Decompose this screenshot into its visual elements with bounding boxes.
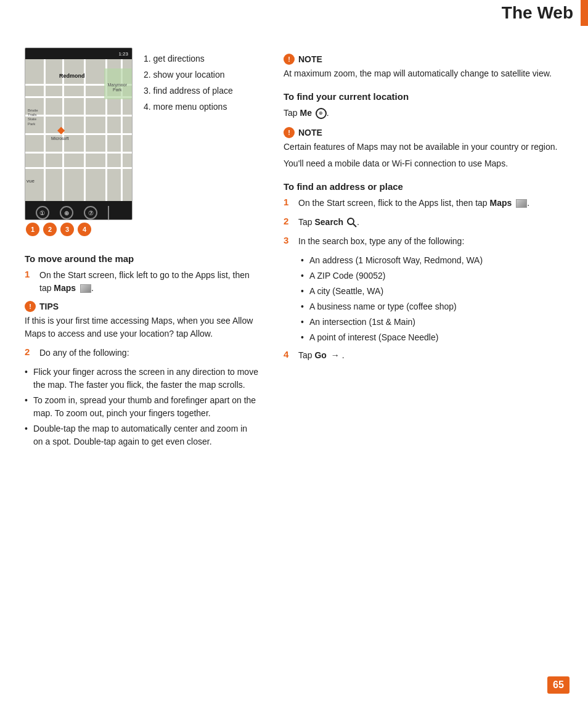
num-circle-1: 1 xyxy=(26,223,39,236)
map-toolbar-icon-2[interactable]: ⊕ xyxy=(60,206,73,220)
num-circle-4: 4 xyxy=(78,223,91,236)
step-num-1: 1 xyxy=(25,269,35,295)
note-icon-2: ! xyxy=(284,127,295,138)
bullet-item-3: Double-tap the map to automatically cent… xyxy=(25,422,259,448)
step-text-1: On the Start screen, flick left to go to… xyxy=(39,269,259,295)
addr-step-4: 4 Tap Go → . xyxy=(284,349,563,362)
step-text-2: Do any of the following: xyxy=(39,347,129,359)
numbered-row: 1 2 3 4 xyxy=(25,223,133,236)
search-icon-inline xyxy=(347,218,357,228)
note-text-2b: You'll need a mobile data or Wi-Fi conne… xyxy=(284,157,563,170)
move-bullet-list: Flick your finger across the screen in a… xyxy=(25,366,259,448)
map-toolbar-icon-1[interactable]: ① xyxy=(36,206,49,220)
tips-box: ! TIPS If this is your first time access… xyxy=(25,301,259,340)
note-box-1: ! NOTE At maximum zoom, the map will aut… xyxy=(284,54,563,80)
note-text-1: At maximum zoom, the map will automatica… xyxy=(284,67,563,80)
step-num-2: 2 xyxy=(25,347,35,359)
note-icon-1: ! xyxy=(284,54,295,65)
tips-text: If this is your first time accessing Map… xyxy=(25,314,259,340)
addr-step-num-2: 2 xyxy=(284,216,293,229)
addr-step-num-3: 3 xyxy=(284,235,293,248)
map-mock: 1:23 xyxy=(25,47,133,220)
map-section: 1:23 xyxy=(25,47,259,236)
addr-step-text-3: In the search box, type any of the follo… xyxy=(298,235,464,248)
addr-bullet-list: An address (1 Microsoft Way, Redmond, WA… xyxy=(301,254,563,344)
go-arrow-icon: → xyxy=(331,349,340,362)
addr-bullet-5: A point of interest (Space Needle) xyxy=(301,331,563,344)
addr-bullet-1: A ZIP Code (90052) xyxy=(301,269,563,282)
vue-label: vue xyxy=(27,178,35,184)
move-step-1: 1 On the Start screen, flick left to go … xyxy=(25,269,259,295)
bullet-item-1: Flick your finger across the screen in a… xyxy=(25,366,259,392)
steps-list: 1. get directions 2. show your location … xyxy=(144,54,233,236)
left-column: 1:23 xyxy=(25,47,259,452)
tips-icon: ! xyxy=(25,301,36,312)
redmond-label: Redmond xyxy=(59,73,85,79)
svg-point-0 xyxy=(348,218,354,224)
note-box-2: ! NOTE Certain features of Maps may not … xyxy=(284,127,563,170)
page-title: The Web xyxy=(502,3,573,23)
note-label-1: NOTE xyxy=(298,54,322,64)
addr-step-num-1: 1 xyxy=(284,197,293,210)
svg-line-1 xyxy=(353,224,356,227)
microsoft-label: Microsoft xyxy=(51,136,68,141)
map-inner: Redmond MarymoorPark BristleTrailsStateP… xyxy=(25,59,132,201)
num-circle-2: 2 xyxy=(43,223,57,236)
map-toolbar-icon-3[interactable]: ⑦ xyxy=(84,206,97,220)
map-image: 1:23 xyxy=(25,47,133,236)
addr-step-3: 3 In the search box, type any of the fol… xyxy=(284,235,563,248)
addr-bullet-2: A city (Seattle, WA) xyxy=(301,285,563,298)
note-text-2a: Certain features of Maps may not be avai… xyxy=(284,141,563,154)
addr-step-num-4: 4 xyxy=(284,349,293,362)
addr-step-text-1: On the Start screen, flick to the Apps l… xyxy=(298,197,529,210)
location-diamond-icon: ◆ xyxy=(57,124,65,136)
move-step-2: 2 Do any of the following: xyxy=(25,347,259,359)
addr-step-2: 2 Tap Search . xyxy=(284,216,563,229)
map-status-text: 1:23 xyxy=(118,51,128,57)
addr-step-text-4: Tap Go → . xyxy=(298,349,345,362)
header: The Web xyxy=(0,0,588,26)
addr-bullet-3: A business name or type (coffee shop) xyxy=(301,300,563,313)
tips-label: TIPS xyxy=(39,302,59,311)
maps-icon-2 xyxy=(516,199,527,208)
addr-step-text-2: Tap Search . xyxy=(298,216,359,229)
park-label: MarymoorPark xyxy=(107,83,127,92)
addr-bullet-0: An address (1 Microsoft Way, Redmond, WA… xyxy=(301,254,563,267)
num-circle-3: 3 xyxy=(60,223,74,236)
move-map-title: To move around the map xyxy=(25,253,259,264)
page-number: 65 xyxy=(547,676,570,694)
me-icon: ⊕ xyxy=(316,108,327,119)
step-item-2: 2. show your location xyxy=(144,70,233,80)
right-column: ! NOTE At maximum zoom, the map will aut… xyxy=(284,47,563,452)
note-label-2: NOTE xyxy=(298,128,322,138)
addr-bullet-4: An intersection (1st & Main) xyxy=(301,316,563,329)
maps-icon-1 xyxy=(80,284,91,293)
find-location-step: Tap Me ⊕. xyxy=(284,107,563,120)
header-accent-bar xyxy=(581,0,588,26)
find-address-title: To find an address or place xyxy=(284,181,563,192)
find-location-title: To find your current location xyxy=(284,91,563,102)
map-toolbar: ① ⊕ ⑦ xyxy=(25,201,132,220)
step-item-1: 1. get directions xyxy=(144,54,233,64)
step-item-4: 4. more menu options xyxy=(144,102,233,112)
step-item-3: 3. find address of place xyxy=(144,86,233,96)
bristle-label: BristleTrailsStatePark xyxy=(28,109,38,126)
addr-step-1: 1 On the Start screen, flick to the Apps… xyxy=(284,197,563,210)
bullet-item-2: To zoom in, spread your thumb and forefi… xyxy=(25,394,259,420)
